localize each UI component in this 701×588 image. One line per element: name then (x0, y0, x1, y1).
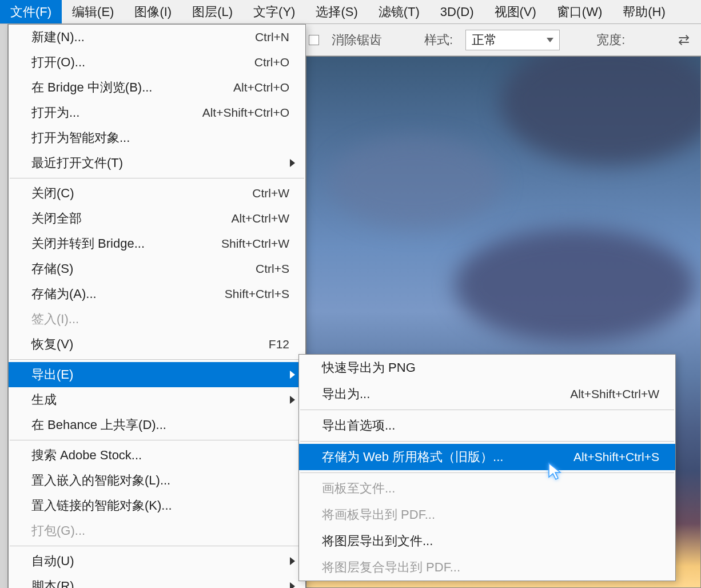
menu-item-label: 置入链接的智能对象(K)... (31, 497, 172, 514)
menu-separator (10, 546, 304, 546)
menu-item[interactable]: 存储(S)Ctrl+S (9, 256, 305, 281)
menu-separator (10, 359, 304, 360)
menu-item[interactable]: 置入链接的智能对象(K)... (9, 493, 305, 518)
menu-item-label: 搜索 Adobe Stock... (31, 447, 142, 464)
submenu-arrow-icon (290, 582, 295, 588)
menu-item-shortcut: F12 (269, 337, 289, 351)
menu-item-shortcut: Alt+Shift+Ctrl+S (573, 450, 659, 464)
menubar-item-4[interactable]: 文字(Y) (243, 0, 305, 23)
menu-item[interactable]: 存储为 Web 所用格式（旧版）...Alt+Shift+Ctrl+S (299, 444, 675, 470)
menubar: 文件(F)编辑(E)图像(I)图层(L)文字(Y)选择(S)滤镜(T)3D(D)… (0, 0, 701, 24)
menu-item-label: 恢复(V) (31, 336, 73, 353)
menu-item-label: 打包(G)... (31, 522, 85, 539)
menu-item[interactable]: 导出(E) (9, 362, 305, 387)
menubar-item-1[interactable]: 编辑(E) (62, 0, 124, 23)
menu-separator (300, 410, 674, 410)
submenu-arrow-icon (290, 557, 295, 565)
menu-item[interactable]: 新建(N)...Ctrl+N (9, 25, 305, 50)
file-menu-dropdown: 新建(N)...Ctrl+N打开(O)...Ctrl+O在 Bridge 中浏览… (8, 24, 306, 588)
antialias-label: 消除锯齿 (332, 31, 382, 49)
chevron-down-icon (547, 38, 553, 42)
menu-item: 将图层复合导出到 PDF... (299, 554, 675, 581)
sky-image (329, 137, 501, 228)
menu-item[interactable]: 关闭全部Alt+Ctrl+W (9, 206, 305, 231)
menu-item[interactable]: 快速导出为 PNG (299, 355, 675, 381)
menu-item[interactable]: 打开为智能对象... (9, 125, 305, 150)
menu-item[interactable]: 搜索 Adobe Stock... (9, 443, 305, 468)
style-combo[interactable]: 正常 (465, 30, 560, 50)
menubar-item-10[interactable]: 帮助(H) (612, 0, 676, 23)
sky-image (455, 228, 695, 343)
menu-item-label: 关闭(C) (31, 185, 74, 202)
width-label: 宽度: (596, 31, 625, 49)
menu-item[interactable]: 最近打开文件(T) (9, 150, 305, 176)
menu-item-shortcut: Shift+Ctrl+W (221, 237, 289, 251)
menu-item[interactable]: 关闭(C)Ctrl+W (9, 181, 305, 206)
menu-item[interactable]: 存储为(A)...Shift+Ctrl+S (9, 281, 305, 307)
menu-item-label: 将图层导出到文件... (322, 533, 433, 550)
menu-item-label: 关闭并转到 Bridge... (31, 235, 145, 252)
menu-item-label: 存储为 Web 所用格式（旧版）... (322, 448, 503, 466)
menu-item-label: 快速导出为 PNG (322, 359, 416, 376)
swap-dimensions-icon[interactable]: ⇄ (678, 32, 690, 48)
menu-item-label: 打开为智能对象... (31, 129, 130, 146)
menu-item-label: 存储(S) (31, 260, 73, 277)
menubar-item-8[interactable]: 视图(V) (484, 0, 547, 23)
menubar-item-7[interactable]: 3D(D) (430, 0, 484, 23)
menu-item[interactable]: 脚本(R) (9, 574, 305, 588)
menubar-item-9[interactable]: 窗口(W) (547, 0, 612, 23)
menu-item-label: 最近打开文件(T) (31, 154, 123, 172)
menu-item-label: 将画板导出到 PDF... (322, 506, 435, 523)
menu-item[interactable]: 生成 (9, 387, 305, 412)
menu-item-label: 导出为... (322, 386, 370, 403)
menu-item[interactable]: 将图层导出到文件... (299, 528, 675, 554)
menu-separator (10, 178, 304, 178)
menu-item[interactable]: 打开(O)...Ctrl+O (9, 50, 305, 75)
style-label: 样式: (424, 31, 453, 49)
menu-item-label: 将图层复合导出到 PDF... (322, 559, 460, 576)
menu-item-shortcut: Alt+Shift+Ctrl+O (202, 106, 289, 120)
menu-item[interactable]: 恢复(V)F12 (9, 332, 305, 357)
menu-item-label: 签入(I)... (31, 311, 79, 328)
menu-item[interactable]: 自动(U) (9, 549, 305, 574)
menu-item-shortcut: Alt+Ctrl+O (233, 81, 289, 94)
menu-item: 打包(G)... (9, 518, 305, 543)
style-value: 正常 (472, 31, 497, 49)
menubar-item-2[interactable]: 图像(I) (124, 0, 182, 23)
menu-item[interactable]: 关闭并转到 Bridge...Shift+Ctrl+W (9, 231, 305, 256)
menu-item-label: 打开(O)... (31, 54, 85, 71)
export-submenu: 快速导出为 PNG导出为...Alt+Shift+Ctrl+W导出首选项...存… (298, 354, 676, 581)
menu-item-shortcut: Ctrl+N (255, 30, 289, 44)
menubar-item-0[interactable]: 文件(F) (0, 0, 62, 23)
menu-item-shortcut: Alt+Shift+Ctrl+W (570, 387, 659, 401)
menu-item-label: 导出首选项... (322, 417, 395, 434)
toolbar-edge (0, 24, 8, 588)
sky-image (500, 56, 701, 165)
menu-item-shortcut: Ctrl+O (254, 55, 289, 69)
menubar-item-5[interactable]: 选择(S) (305, 0, 368, 23)
menu-item[interactable]: 导出为...Alt+Shift+Ctrl+W (299, 381, 675, 407)
menu-item[interactable]: 打开为...Alt+Shift+Ctrl+O (9, 100, 305, 125)
menu-item[interactable]: 置入嵌入的智能对象(L)... (9, 468, 305, 493)
menu-item-label: 在 Behance 上共享(D)... (31, 416, 166, 434)
menu-item-label: 导出(E) (31, 366, 73, 383)
antialias-checkbox[interactable] (309, 35, 319, 45)
submenu-arrow-icon (290, 371, 295, 379)
menu-separator (300, 472, 674, 473)
menu-item-label: 生成 (31, 391, 57, 408)
menu-item-label: 存储为(A)... (31, 285, 97, 303)
menu-item-label: 关闭全部 (31, 210, 82, 227)
menu-item: 画板至文件... (299, 475, 675, 502)
menu-separator (300, 441, 674, 442)
menu-separator (10, 440, 304, 440)
menubar-item-6[interactable]: 滤镜(T) (368, 0, 430, 23)
menu-item[interactable]: 在 Bridge 中浏览(B)...Alt+Ctrl+O (9, 75, 305, 100)
menu-item: 签入(I)... (9, 307, 305, 332)
menu-item-shortcut: Alt+Ctrl+W (231, 212, 289, 225)
submenu-arrow-icon (290, 159, 295, 167)
menu-item[interactable]: 在 Behance 上共享(D)... (9, 412, 305, 438)
menu-item[interactable]: 导出首选项... (299, 412, 675, 439)
menu-item-label: 置入嵌入的智能对象(L)... (31, 472, 170, 489)
menubar-item-3[interactable]: 图层(L) (182, 0, 243, 23)
menu-item-label: 脚本(R) (31, 578, 74, 588)
